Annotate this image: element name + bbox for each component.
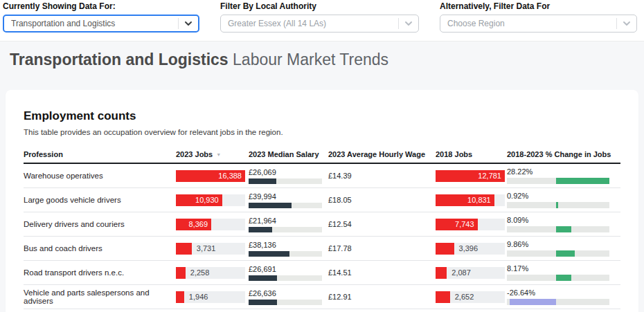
employment-counts-card: Employment counts This table provides an… [6,90,638,312]
jobs-2018-cell: 2,652 [436,291,507,303]
median-salary-value: £26,636 [249,289,328,297]
median-salary-cell: £26,069 [249,168,328,184]
page-title-suffix: Labour Market Trends [229,51,388,68]
table-row: Road transport drivers n.e.c. 2,258 £26,… [24,261,620,285]
hourly-wage-value: £12.54 [328,220,436,228]
filter-label: Filter By Local Authority [220,1,419,11]
pct-change-bar-fill [510,299,556,305]
jobs-2023-bar: 3,731 [176,243,245,255]
pct-change-value: 0.92% [507,192,609,200]
median-salary-bar [249,203,322,208]
filter-group-local-authority: Filter By Local Authority Greater Essex … [220,1,419,33]
hourly-wage-value: £12.91 [328,293,436,301]
pct-change-bar-fill [556,250,575,257]
jobs-2023-value: 16,388 [218,172,245,180]
jobs-2018-bar: 12,781 [436,170,505,182]
jobs-2018-bar: 7,743 [436,219,505,230]
profession-cell: Warehouse operatives [24,172,176,180]
jobs-2018-cell: 2,087 [436,267,507,279]
filter-group-region: Alternatively, Filter Data For Choose Re… [440,1,637,33]
filter-group-sector: Currently Showing Data For: Transportati… [3,1,199,33]
hourly-wage-value: £14.39 [328,172,436,180]
select-divider [616,18,617,29]
jobs-2018-bar-fill [436,267,447,279]
jobs-2018-cell: 3,396 [436,243,507,255]
median-salary-bar-fill [249,203,292,208]
column-header-label: 2023 Jobs [176,150,213,158]
pct-change-bar [507,178,609,184]
filter-label: Currently Showing Data For: [3,1,199,11]
region-select-placeholder: Choose Region [447,19,616,28]
hourly-wage-value: £18.05 [328,196,436,204]
chevron-down-icon [623,19,631,28]
median-salary-value: £26,069 [249,168,328,176]
pct-change-value: -26.64% [507,288,609,297]
column-header-median-salary[interactable]: 2023 Median Salary [249,150,328,158]
jobs-2023-bar: 16,388 [176,170,245,182]
profession-cell: Vehicle and parts salespersons and advis… [24,288,176,305]
median-salary-cell: £26,691 [249,265,328,281]
jobs-2018-bar: 2,087 [436,267,505,279]
median-salary-bar-fill [249,300,277,305]
select-divider [178,18,179,29]
median-salary-bar-fill [249,275,277,281]
jobs-2023-bar: 1,946 [176,291,245,303]
select-divider [398,18,399,29]
table-body: Warehouse operatives 16,388 £26,069 £14.… [24,164,620,309]
local-authority-select[interactable]: Greater Essex (All 14 LAs) [220,15,419,33]
jobs-2018-cell: 7,743 [436,219,507,230]
sector-select-value: Transportation and Logistics [11,19,178,28]
hourly-wage-value: £14.51 [328,268,436,277]
pct-change-cell: 28.22% [507,167,609,184]
table-row: Bus and coach drivers 3,731 £38,136 £17.… [24,237,620,261]
pct-change-bar [507,275,609,281]
profession-cell: Road transport drivers n.e.c. [24,268,176,277]
chevron-down-icon [184,19,193,28]
pct-change-cell: 9.86% [507,240,609,257]
table-row: Warehouse operatives 16,388 £26,069 £14.… [24,164,620,188]
median-salary-value: £39,994 [249,192,328,201]
median-salary-bar-fill [249,227,272,232]
pct-change-bar [507,250,609,257]
region-select[interactable]: Choose Region [440,15,637,33]
median-salary-value: £21,964 [249,217,328,225]
jobs-2018-cell: 10,831 [436,194,507,206]
jobs-2018-value: 3,396 [454,244,478,253]
employment-table: Profession 2023 Jobs▼ 2023 Median Salary… [24,146,620,309]
pct-change-value: 8.17% [507,264,609,273]
median-salary-bar-fill [249,178,276,184]
column-header-pct-change[interactable]: 2018-2023 % Change in Jobs [507,150,609,158]
jobs-2023-value: 1,946 [184,293,208,301]
median-salary-bar-fill [249,251,289,257]
jobs-2023-bar: 10,930 [176,194,245,206]
median-salary-bar [249,251,322,257]
pct-change-bar-fill [556,202,558,208]
jobs-2018-value: 2,652 [450,293,474,301]
jobs-2018-bar: 3,396 [436,243,505,255]
jobs-2023-cell: 3,731 [176,243,249,255]
page-title-sector: Transportation and Logistics [10,51,229,68]
column-header-2018-jobs[interactable]: 2018 Jobs [436,150,507,158]
pct-change-bar [507,299,609,305]
jobs-2018-bar-fill [436,243,454,255]
pct-change-value: 8.09% [507,216,609,224]
median-salary-cell: £39,994 [249,192,328,208]
table-row: Delivery drivers and couriers 8,369 £21,… [24,212,620,237]
jobs-2018-value: 2,087 [447,268,471,277]
sector-select[interactable]: Transportation and Logistics [3,15,199,33]
median-salary-bar [249,227,322,232]
jobs-2023-bar-fill [176,243,192,255]
pct-change-cell: 0.92% [507,192,609,208]
jobs-2018-value: 12,781 [478,172,505,180]
jobs-2023-value: 2,258 [186,268,210,277]
chevron-down-icon [404,19,413,28]
sort-desc-icon[interactable]: ▼ [216,152,221,157]
column-header-profession[interactable]: Profession [24,150,176,158]
jobs-2023-cell: 16,388 [176,170,249,182]
column-header-2023-jobs[interactable]: 2023 Jobs▼ [176,150,249,158]
pct-change-bar-fill [556,178,609,184]
pct-change-cell: 8.09% [507,216,609,232]
column-header-hourly-wage[interactable]: 2023 Average Hourly Wage [328,150,436,158]
jobs-2023-bar: 8,369 [176,219,245,230]
card-subtitle: This table provides an occupation overvi… [24,128,620,136]
